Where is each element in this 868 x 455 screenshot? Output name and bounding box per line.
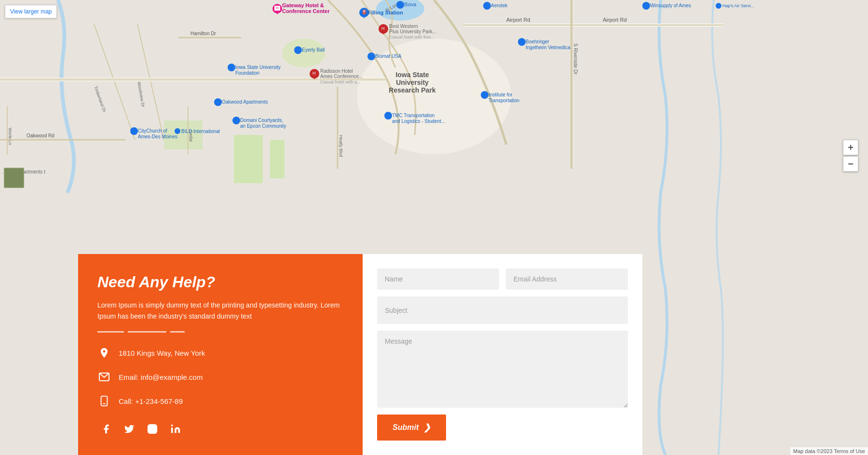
svg-rect-2 xyxy=(234,135,263,183)
svg-text:CityChurch of: CityChurch of xyxy=(138,128,167,134)
submit-arrow-icon: ❯ xyxy=(423,422,431,433)
svg-text:Institute for: Institute for xyxy=(488,92,513,97)
facebook-icon[interactable] xyxy=(99,422,113,436)
svg-point-44 xyxy=(642,2,650,10)
view-larger-map-link[interactable]: View larger map xyxy=(5,5,57,18)
svg-point-70 xyxy=(481,91,488,99)
svg-text:Iowa State University: Iowa State University xyxy=(235,65,281,70)
svg-text:Aerotek: Aerotek xyxy=(491,3,508,8)
twitter-icon[interactable] xyxy=(122,422,136,436)
svg-text:TMC Transportation: TMC Transportation xyxy=(392,113,434,118)
svg-rect-91 xyxy=(5,169,23,187)
submit-label: Submit xyxy=(393,423,419,432)
message-textarea[interactable] xyxy=(377,331,628,408)
social-icons-row xyxy=(97,422,343,436)
zoom-out-button[interactable]: − xyxy=(843,156,858,172)
svg-rect-3 xyxy=(270,140,285,178)
contact-description: Lorem Ipsum is simply dummy text of the … xyxy=(97,300,343,321)
svg-text:Airport Rd: Airport Rd xyxy=(603,17,627,23)
svg-text:and Logistics - Student...: and Logistics - Student... xyxy=(392,119,445,124)
svg-point-58 xyxy=(228,64,235,71)
contact-email-item: Email: info@example.com xyxy=(97,370,343,384)
svg-text:Eyerly Ball: Eyerly Ball xyxy=(302,47,325,53)
svg-point-78 xyxy=(384,112,392,120)
svg-point-84 xyxy=(130,127,138,135)
svg-text:H: H xyxy=(312,71,316,76)
overlay-panel: Need Any Help? Lorem Ipsum is simply dum… xyxy=(78,254,642,455)
svg-rect-98 xyxy=(171,428,173,433)
instagram-icon[interactable] xyxy=(146,422,159,436)
svg-text:Transportation: Transportation xyxy=(488,98,519,103)
svg-text:University: University xyxy=(396,79,429,86)
phone-icon xyxy=(97,394,111,408)
svg-text:Biomat USA: Biomat USA xyxy=(375,54,402,59)
map-attribution: Map data ©2023 Terms of Use xyxy=(790,447,868,455)
svg-point-56 xyxy=(367,53,375,60)
svg-text:Research Park: Research Park xyxy=(389,86,436,94)
contact-phone-item: Call: +1-234-567-89 xyxy=(97,394,343,408)
svg-text:Hamilton Dr: Hamilton Dr xyxy=(190,31,216,36)
svg-text:Hap's Air Servi...: Hap's Air Servi... xyxy=(722,3,754,8)
svg-text:Gateway Hotel &: Gateway Hotel & xyxy=(282,2,324,8)
svg-text:Airport Rd: Airport Rd xyxy=(506,17,530,23)
svg-point-4 xyxy=(282,39,326,67)
svg-text:Iowa State: Iowa State xyxy=(395,71,429,79)
svg-text:H: H xyxy=(381,26,385,31)
name-input[interactable] xyxy=(377,268,499,290)
svg-text:S Riverside Dr: S Riverside Dr xyxy=(573,43,578,75)
svg-text:Biova: Biova xyxy=(404,2,416,7)
contact-form-panel: Submit ❯ xyxy=(363,254,642,455)
svg-point-40 xyxy=(396,1,404,9)
svg-text:Boehringer: Boehringer xyxy=(526,39,550,44)
svg-point-99 xyxy=(171,425,173,427)
svg-text:Worle Ln: Worle Ln xyxy=(8,128,13,145)
svg-text:H: H xyxy=(276,6,279,10)
svg-text:Conference Center: Conference Center xyxy=(282,8,330,14)
linkedin-icon[interactable] xyxy=(169,422,182,436)
svg-text:Oakwood Apartments: Oakwood Apartments xyxy=(222,99,268,105)
form-name-email-row xyxy=(377,268,628,290)
svg-point-76 xyxy=(214,98,222,106)
svg-text:an Epcon Community: an Epcon Community xyxy=(240,123,286,129)
svg-point-46 xyxy=(716,3,721,9)
svg-text:Oakwood Rd: Oakwood Rd xyxy=(27,133,54,138)
svg-text:Foundation: Foundation xyxy=(235,70,259,76)
svg-point-42 xyxy=(483,2,491,10)
svg-point-54 xyxy=(294,46,302,54)
submit-button[interactable]: Submit ❯ xyxy=(377,415,446,441)
svg-text:BILD International: BILD International xyxy=(181,129,220,134)
svg-point-97 xyxy=(155,427,155,427)
email-icon xyxy=(97,370,111,384)
contact-info-panel: Need Any Help? Lorem Ipsum is simply dum… xyxy=(78,254,363,455)
address-text: 1810 Kings Way, New York xyxy=(119,349,205,357)
svg-text:⛽: ⛽ xyxy=(362,9,368,15)
phone-text: Call: +1-234-567-89 xyxy=(119,397,183,405)
svg-text:Winsupply of Ames: Winsupply of Ames xyxy=(650,3,691,8)
zoom-in-button[interactable]: + xyxy=(843,140,858,155)
svg-text:Ames Conference...: Ames Conference... xyxy=(320,74,363,79)
svg-point-87 xyxy=(175,128,180,134)
svg-point-73 xyxy=(518,38,526,46)
svg-text:Ingelheim Vetmedica: Ingelheim Vetmedica xyxy=(526,45,570,50)
location-icon xyxy=(97,346,111,360)
svg-point-81 xyxy=(232,117,240,124)
svg-text:Casual hotel with a...: Casual hotel with a... xyxy=(320,80,361,84)
subject-input[interactable] xyxy=(377,296,628,324)
svg-text:Domani Courtyards,: Domani Courtyards, xyxy=(240,118,283,123)
email-text: Email: info@example.com xyxy=(119,373,203,381)
svg-rect-93 xyxy=(101,396,108,406)
svg-text:Ames-Des Moines: Ames-Des Moines xyxy=(138,134,177,139)
svg-text:Radisson Hotel: Radisson Hotel xyxy=(320,68,353,74)
contact-address-item: 1810 Kings Way, New York xyxy=(97,346,343,360)
svg-text:Filling Station: Filling Station xyxy=(368,10,403,15)
svg-text:Plus University Park...: Plus University Park... xyxy=(389,29,436,34)
email-input[interactable] xyxy=(506,268,628,290)
svg-text:Best Western: Best Western xyxy=(389,24,418,29)
contact-title: Need Any Help? xyxy=(97,273,343,291)
divider xyxy=(97,331,343,333)
svg-text:Heatly Blvd: Heatly Blvd xyxy=(339,135,343,157)
svg-text:Casual hotel with free...: Casual hotel with free... xyxy=(389,35,434,40)
svg-point-96 xyxy=(150,427,154,430)
map-zoom-controls: + − xyxy=(843,140,858,172)
